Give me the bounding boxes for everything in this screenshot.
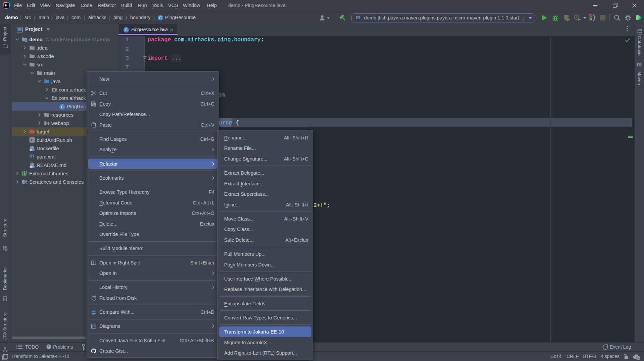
svg-text:?: ? xyxy=(636,355,638,358)
svg-text:C: C xyxy=(159,16,162,20)
svg-text:IJ: IJ xyxy=(5,4,7,6)
svg-text:MD: MD xyxy=(30,166,33,168)
svg-text:D: D xyxy=(30,149,32,151)
svg-text:C: C xyxy=(61,104,63,109)
svg-text:C: C xyxy=(125,28,128,32)
